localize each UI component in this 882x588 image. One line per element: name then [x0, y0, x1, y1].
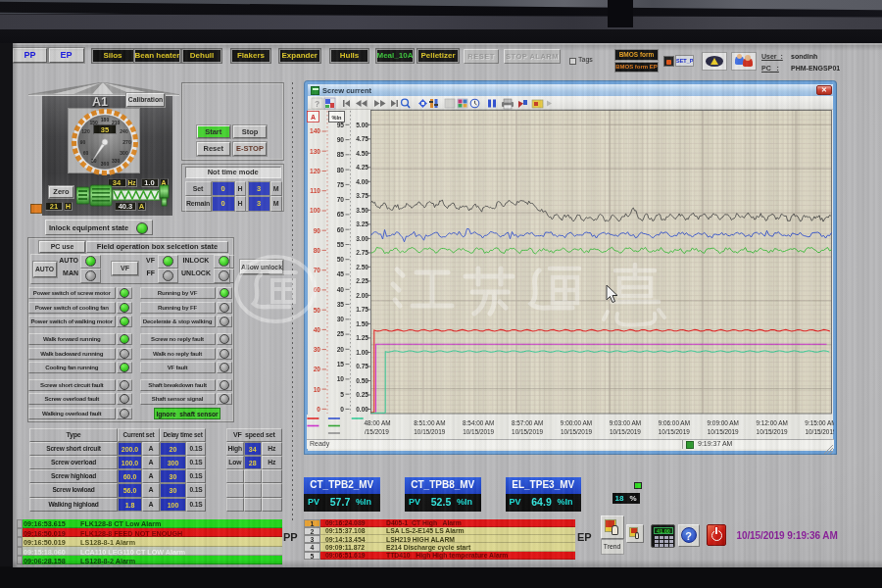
svg-text:4.75: 4.75 [356, 135, 368, 142]
svg-text:0.00: 0.00 [356, 406, 368, 413]
svg-text:8:51:00 AM: 8:51:00 AM [414, 419, 445, 426]
svg-text:100: 100 [310, 207, 320, 214]
svg-text:120: 120 [81, 127, 90, 133]
svg-text:9:09:00 AM: 9:09:00 AM [708, 419, 739, 426]
svg-text:130: 130 [310, 148, 320, 155]
svg-text:10/15/2019: 10/15/2019 [610, 428, 641, 435]
svg-text:10/15/2019: 10/15/2019 [806, 428, 835, 435]
svg-text:4.00: 4.00 [356, 178, 368, 185]
svg-text:0: 0 [340, 406, 344, 413]
svg-text:4.25: 4.25 [356, 164, 368, 171]
svg-text:4.50: 4.50 [356, 150, 368, 157]
svg-text:85: 85 [337, 151, 345, 158]
svg-text:90: 90 [314, 227, 321, 234]
svg-text:10: 10 [314, 386, 321, 393]
svg-text:1.00: 1.00 [356, 349, 368, 356]
svg-text:30: 30 [314, 346, 321, 353]
svg-text:10/15/2019: 10/15/2019 [512, 428, 543, 435]
svg-text:%In: %In [332, 115, 343, 121]
svg-text:48:00 AM: 48:00 AM [365, 419, 391, 426]
svg-text:330: 330 [112, 158, 121, 164]
svg-text:75: 75 [337, 181, 345, 188]
svg-text:3.00: 3.00 [356, 235, 368, 242]
svg-text:9:03:00 AM: 9:03:00 AM [610, 419, 641, 426]
svg-text:0.25: 0.25 [356, 391, 368, 398]
svg-text:110: 110 [310, 187, 320, 194]
svg-text:0: 0 [317, 406, 320, 413]
svg-text:240: 240 [120, 127, 128, 133]
svg-text:20: 20 [337, 346, 345, 353]
svg-text:10/15/2019: 10/15/2019 [561, 428, 592, 435]
svg-text:3.25: 3.25 [356, 220, 368, 227]
svg-text:9:15:00 AM: 9:15:00 AM [805, 419, 834, 426]
svg-text:300: 300 [120, 150, 128, 156]
svg-text:65: 65 [337, 211, 345, 218]
svg-text:0.75: 0.75 [356, 363, 368, 369]
svg-text:60: 60 [337, 226, 345, 233]
svg-text:10: 10 [337, 375, 345, 382]
svg-text:3.50: 3.50 [356, 207, 368, 214]
svg-text:9:12:00 AM: 9:12:00 AM [756, 419, 787, 426]
svg-text:90: 90 [337, 136, 345, 143]
svg-text:9:06:00 AM: 9:06:00 AM [659, 419, 690, 426]
svg-text:5.00: 5.00 [356, 122, 368, 128]
svg-text:15: 15 [337, 361, 345, 368]
svg-text:3.75: 3.75 [356, 192, 368, 199]
svg-text:8:54:00 AM: 8:54:00 AM [463, 419, 494, 426]
svg-text:1.25: 1.25 [356, 334, 368, 341]
svg-text:180: 180 [100, 117, 109, 122]
svg-text:20: 20 [314, 366, 321, 372]
svg-text:10/15/2019: 10/15/2019 [708, 428, 739, 435]
svg-text:360: 360 [100, 161, 109, 167]
svg-text:10/15/2019: 10/15/2019 [757, 428, 788, 435]
svg-text:140: 140 [310, 127, 320, 134]
svg-text:10/15/2019: 10/15/2019 [659, 428, 690, 435]
svg-text:95: 95 [337, 122, 345, 128]
svg-text:/15/2019: /15/2019 [365, 428, 389, 435]
svg-text:70: 70 [337, 196, 345, 203]
svg-text:8:57:00 AM: 8:57:00 AM [512, 419, 543, 426]
svg-text:9:00:00 AM: 9:00:00 AM [561, 419, 592, 426]
svg-text:120: 120 [310, 168, 320, 174]
svg-text:0.50: 0.50 [356, 377, 368, 384]
svg-text:80: 80 [337, 167, 345, 173]
svg-text:10/15/2019: 10/15/2019 [463, 428, 494, 435]
svg-text:270: 270 [122, 138, 131, 144]
svg-text:A: A [311, 114, 316, 121]
svg-text:?: ? [315, 99, 319, 109]
svg-text:90: 90 [79, 138, 85, 144]
svg-text:60: 60 [82, 150, 88, 156]
svg-text:5: 5 [340, 391, 344, 398]
svg-text:10/15/2019: 10/15/2019 [414, 428, 445, 435]
